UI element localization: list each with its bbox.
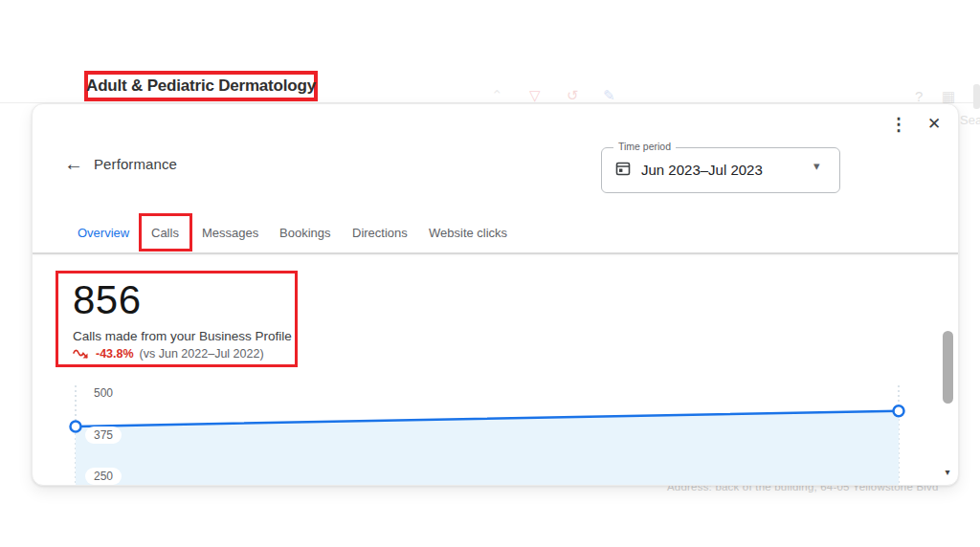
scrollbar-down-button[interactable]: ▾ bbox=[940, 466, 955, 479]
screen: ⌃ ▽ ↺ ✎ ? ▦ Searc Address: back of the b… bbox=[0, 0, 980, 547]
calls-area-fill bbox=[76, 411, 899, 485]
stats-annotation bbox=[56, 271, 298, 367]
more-options-button[interactable]: ⋮ bbox=[890, 114, 905, 135]
ytick-375: 375 bbox=[85, 427, 122, 444]
time-period-caret-icon[interactable]: ▾ bbox=[813, 159, 820, 173]
tabs-divider bbox=[33, 252, 958, 254]
tab-overview[interactable]: Overview bbox=[78, 226, 129, 240]
back-arrow-button[interactable]: ← bbox=[62, 152, 85, 175]
ytick-500: 500 bbox=[85, 384, 122, 402]
tab-directions[interactable]: Directions bbox=[352, 226, 408, 240]
tab-bookings[interactable]: Bookings bbox=[279, 226, 330, 240]
performance-dialog: ⋮ ✕ ← Performance Time period Jun 2023–J… bbox=[32, 103, 959, 486]
scrollbar-thumb[interactable] bbox=[943, 331, 953, 404]
background-pen-icon: ✎ bbox=[603, 87, 615, 104]
background-edge-fragment bbox=[973, 84, 980, 109]
time-period-label: Time period bbox=[613, 141, 676, 152]
background-refresh-icon: ↺ bbox=[567, 87, 579, 104]
business-name: Adult & Pediatric Dermatology bbox=[86, 77, 316, 96]
time-period-value: Jun 2023–Jul 2023 bbox=[641, 162, 763, 178]
background-chevron-icon: ⌃ bbox=[491, 87, 503, 104]
close-button[interactable]: ✕ bbox=[924, 114, 944, 135]
background-funnel-icon: ▽ bbox=[529, 87, 541, 104]
calls-line-chart: 500 375 250 bbox=[33, 383, 958, 485]
data-point-jun[interactable] bbox=[71, 421, 81, 431]
calls-line-chart-svg bbox=[33, 383, 958, 485]
tab-website-clicks[interactable]: Website clicks bbox=[429, 226, 507, 240]
background-help-icon: ? bbox=[915, 88, 923, 104]
tab-messages[interactable]: Messages bbox=[202, 226, 258, 240]
data-point-jul[interactable] bbox=[894, 405, 904, 416]
business-name-annotation: Adult & Pediatric Dermatology bbox=[84, 71, 318, 101]
calls-tab-annotation bbox=[139, 213, 192, 252]
dialog-title: Performance bbox=[94, 156, 177, 172]
ytick-250: 250 bbox=[85, 468, 122, 485]
calendar-icon bbox=[615, 161, 631, 176]
background-search-text: Searc bbox=[960, 113, 980, 127]
